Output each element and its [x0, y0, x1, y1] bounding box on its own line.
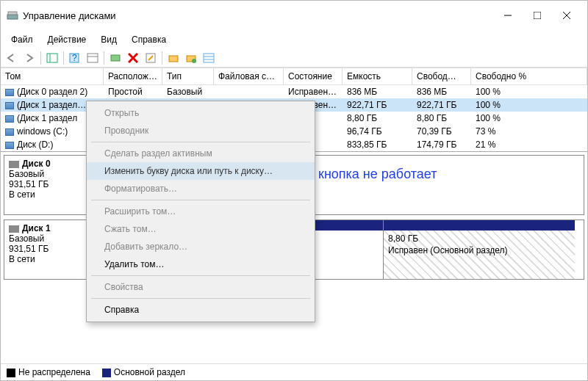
- volume-row[interactable]: (Диск 0 раздел 2)ПростойБазовыйИсправен……: [1, 85, 587, 98]
- col-volume[interactable]: Том: [1, 68, 104, 84]
- disk-name: Диск 0: [22, 159, 51, 169]
- disk-type: Базовый: [9, 169, 44, 179]
- partition-size: 8,80 ГБ: [388, 233, 418, 244]
- legend-item: Основной раздел: [102, 367, 185, 377]
- window-title: Управление дисками: [23, 10, 493, 21]
- ctx-item[interactable]: Справка: [87, 301, 315, 319]
- volume-free: 8,80 ГБ: [412, 112, 471, 124]
- minimize-button[interactable]: [493, 5, 523, 26]
- properties-icon[interactable]: [143, 50, 159, 66]
- svg-rect-16: [169, 56, 178, 62]
- col-free[interactable]: Свобод…: [412, 68, 471, 84]
- volume-icon: [5, 128, 14, 136]
- volume-icon: [5, 115, 14, 123]
- context-menu: ОткрытьПроводникСделать раздел активнымИ…: [86, 101, 315, 322]
- partition[interactable]: 8,80 ГБИсправен (Основной раздел): [384, 220, 575, 279]
- volume-name: (Диск 1 раздел: [17, 113, 77, 123]
- svg-rect-0: [7, 15, 18, 19]
- volume-layout: Простой: [104, 86, 162, 98]
- legend-label: Основной раздел: [114, 367, 185, 377]
- disk-info: Диск 0Базовый931,51 ГБВ сети: [4, 156, 93, 214]
- partition-status: Исправен (Основной раздел): [388, 245, 507, 255]
- volume-name: windows (C:): [17, 126, 68, 137]
- legend-item: Не распределена: [7, 367, 90, 377]
- volume-icon: [5, 89, 14, 96]
- volume-capacity: 922,71 ГБ: [343, 99, 412, 111]
- svg-rect-6: [47, 54, 57, 62]
- volume-percent: 100 %: [471, 86, 587, 98]
- ctx-item[interactable]: Изменить букву диска или путь к диску…: [87, 162, 315, 180]
- grid-header: Том Располож… Тип Файловая с… Состояние …: [1, 68, 587, 85]
- volume-percent: 73 %: [471, 126, 587, 137]
- col-layout[interactable]: Располож…: [104, 68, 162, 84]
- volume-name: (Диск 0 раздел 2): [17, 87, 87, 97]
- volume-name: (Диск 1 раздел…: [17, 100, 86, 110]
- disk-size: 931,51 ГБ: [9, 179, 49, 189]
- forward-button[interactable]: [21, 50, 37, 66]
- volume-free: 70,39 ГБ: [412, 126, 471, 137]
- menu-bar: Файл Действие Вид Справка: [1, 30, 587, 49]
- disk-status: В сети: [9, 254, 35, 264]
- volume-status: Исправен…: [284, 86, 343, 98]
- detail-icon[interactable]: [85, 50, 101, 66]
- close-button[interactable]: [552, 5, 581, 26]
- volume-percent: 21 %: [471, 139, 587, 150]
- disk-icon: [9, 161, 19, 168]
- col-fs[interactable]: Файловая с…: [214, 68, 284, 84]
- menu-view[interactable]: Вид: [93, 32, 124, 48]
- svg-point-18: [192, 59, 196, 63]
- disk-type: Базовый: [9, 233, 44, 244]
- col-status[interactable]: Состояние: [284, 68, 343, 84]
- volume-capacity: 8,80 ГБ: [343, 112, 412, 124]
- disk-icon: [9, 225, 19, 233]
- disk-size: 931,51 ГБ: [9, 244, 49, 254]
- list-icon[interactable]: [201, 50, 217, 66]
- volume-percent: 100 %: [471, 112, 587, 124]
- ctx-item: Проводник: [87, 122, 315, 139]
- svg-rect-19: [204, 54, 214, 62]
- volume-fs: [214, 86, 284, 98]
- disk-info: Диск 1Базовый931,51 ГБВ сети: [4, 220, 93, 279]
- volume-free: 174,79 ГБ: [412, 139, 471, 150]
- volume-free: 836 МБ: [412, 86, 471, 98]
- legend-label: Не распределена: [18, 367, 90, 377]
- ctx-item: Расширить том…: [87, 203, 315, 220]
- annotation-text: кнопка не работает: [318, 167, 437, 182]
- volume-icon: [5, 142, 14, 149]
- app-icon: [7, 10, 18, 21]
- legend-swatch: [102, 369, 111, 377]
- ctx-item: Сделать раздел активным: [87, 145, 315, 162]
- titlebar: Управление дисками: [1, 1, 587, 30]
- legend-swatch: [7, 369, 15, 377]
- menu-help[interactable]: Справка: [124, 32, 173, 48]
- volume-free: 922,71 ГБ: [412, 99, 471, 111]
- disk-status: В сети: [9, 189, 35, 200]
- ctx-item: Свойства: [87, 278, 315, 296]
- col-percent[interactable]: Свободно %: [471, 68, 587, 84]
- ctx-item: Открыть: [87, 104, 315, 122]
- folder1-icon[interactable]: [165, 50, 182, 66]
- menu-action[interactable]: Действие: [40, 32, 94, 48]
- col-type[interactable]: Тип: [162, 68, 214, 84]
- volume-name: Диск (D:): [17, 139, 53, 150]
- maximize-button[interactable]: [523, 5, 552, 26]
- volume-capacity: 96,74 ГБ: [343, 126, 412, 137]
- legend: Не распределенаОсновной раздел: [1, 363, 587, 380]
- refresh-icon[interactable]: [107, 50, 123, 66]
- ctx-item[interactable]: Удалить том…: [87, 255, 315, 273]
- volume-capacity: 836 МБ: [343, 86, 412, 98]
- col-capacity[interactable]: Емкость: [343, 68, 412, 84]
- help-icon[interactable]: ?: [67, 50, 83, 66]
- svg-rect-1: [8, 12, 17, 15]
- svg-rect-10: [87, 54, 98, 62]
- ctx-item: Сжать том…: [87, 220, 315, 238]
- ctx-item: Добавить зеркало…: [87, 238, 315, 255]
- folder2-icon[interactable]: [183, 50, 199, 66]
- panel-icon[interactable]: [44, 50, 60, 66]
- back-button[interactable]: [4, 50, 20, 66]
- delete-icon[interactable]: [125, 50, 141, 66]
- svg-text:?: ?: [72, 53, 77, 63]
- menu-file[interactable]: Файл: [4, 32, 40, 48]
- volume-type: Базовый: [162, 86, 214, 98]
- ctx-item: Форматировать…: [87, 180, 315, 197]
